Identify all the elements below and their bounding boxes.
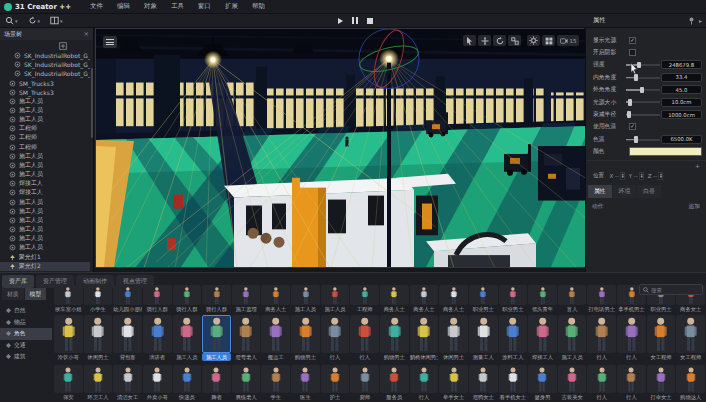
search-input[interactable] [651,287,697,293]
checkbox[interactable]: ✓ [629,123,636,130]
asset-item[interactable]: 工程师 [350,285,379,313]
spinner-control[interactable]: ▲▼ [658,172,663,180]
tree-item[interactable]: 工程师 [0,133,90,142]
viewport-3d[interactable]: 15 [95,28,584,268]
stop-button[interactable] [367,18,373,24]
collapse-panel-icon[interactable]: ▸ [699,17,702,24]
asset-item[interactable]: 环卫工人 [84,365,113,401]
asset-search[interactable] [639,284,703,295]
scale-tool-button[interactable] [508,35,521,46]
add-collapse-icon[interactable] [59,42,67,50]
asset-item[interactable]: 施工人员 [291,285,320,313]
menu-item[interactable]: 帮助 [245,2,272,11]
value-field[interactable]: 248679.8 [661,60,702,69]
slider[interactable] [626,98,660,106]
asset-item[interactable]: 涂料工人 [499,315,528,361]
asset-item[interactable]: 购物男士 [380,315,409,361]
pin-icon[interactable] [688,17,695,25]
asset-item[interactable]: 快递员 [173,365,202,401]
menu-item[interactable]: 文件 [83,2,110,11]
asset-item[interactable]: 候车室小姐 [54,285,83,313]
asset-item[interactable]: 商务人士 [261,285,290,313]
axis-value[interactable]: -- [615,173,619,179]
menu-item[interactable]: 工具 [164,2,191,11]
tree-item[interactable]: 施工人员 [0,161,90,170]
tree-item[interactable]: 施工人员 [0,152,90,161]
asset-item[interactable]: 施工人员 [173,315,202,361]
asset-item[interactable]: 厨师 [350,365,379,401]
asset-item[interactable]: 女工程师 [676,315,705,361]
asset-item[interactable]: 盲人 [558,285,587,313]
tree-item[interactable]: 施工人员 [0,234,90,243]
tree-item[interactable]: SK_IndustrialRobot_G_I... [0,69,90,78]
tree-item[interactable]: 施工人员 [0,207,90,216]
spinner-control[interactable]: ▲▼ [620,172,625,180]
tree-item[interactable]: 施工人员 [0,170,90,179]
camera-fps-indicator[interactable]: 15 [557,35,579,46]
asset-item[interactable]: 行人 [617,365,646,401]
snap-rotate-tool-button[interactable]: ▾ [26,15,43,26]
asset-item[interactable]: 古装美女 [558,365,587,401]
tree-item[interactable]: 焊接工人 [0,188,90,197]
tree-item[interactable]: 施工人员 [0,97,90,106]
scene-tree-scrollbar[interactable] [91,68,93,138]
value-field[interactable]: 45.0 [661,85,702,94]
asset-item[interactable]: 行人 [321,315,350,361]
value-field[interactable]: 33.4 [661,73,702,82]
asset-item[interactable]: 职业男士 [499,285,528,313]
rotate-tool-button[interactable] [493,35,506,46]
tree-item[interactable]: 工程师 [0,124,90,133]
asset-category[interactable]: 物品 [0,317,52,329]
asset-item[interactable]: 行人 [350,315,379,361]
asset-item[interactable]: 躺椅休闲男士 [410,315,439,361]
asset-item[interactable]: 施工人员 [558,315,587,361]
value-field[interactable]: 1000.0cm [661,110,702,119]
asset-item[interactable]: 女工程师 [647,315,676,361]
asset-item[interactable]: 职业男士 [469,285,498,313]
magnifier-tool-button[interactable]: ▾ [3,15,20,26]
asset-category[interactable]: 自然 [0,305,52,317]
menu-item[interactable]: 窗口 [191,2,218,11]
asset-item[interactable]: 健身男 [528,365,557,401]
tree-item[interactable]: 施工人员 [0,115,90,124]
asset-category[interactable]: 交通 [0,340,52,352]
asset-item[interactable]: 保安 [54,365,83,401]
spinner-control[interactable]: ▲▼ [639,172,644,180]
properties-tab[interactable]: 白昼 [637,185,661,198]
select-pointer-button[interactable] [463,35,476,46]
tree-item[interactable]: SM_Trucks3 [0,88,90,97]
tree-item[interactable]: SM_Trucks3 [0,78,90,87]
asset-item[interactable]: 医生 [291,365,320,401]
asset-item[interactable]: 演讲者 [143,315,172,361]
asset-item[interactable]: 打伞女士 [647,365,676,401]
asset-item[interactable]: 施工人员 [321,285,350,313]
tree-item[interactable]: 施工人员 [0,243,90,252]
tree-item[interactable]: SK_IndustrialRobot_G_I... [0,60,90,69]
asset-item[interactable]: 外卖小哥 [143,365,172,401]
asset-item[interactable]: 施工监理 [232,285,261,313]
pause-button[interactable] [352,17,358,24]
asset-item[interactable]: 幼儿园小朋友 [113,285,142,313]
tree-item[interactable]: 施工人员 [0,216,90,225]
asset-item[interactable]: 搬运工 [261,315,290,361]
tree-item[interactable]: 聚光灯1 [0,252,90,261]
asset-item[interactable]: 背包客 [113,315,142,361]
close-icon[interactable]: × [84,31,89,37]
asset-item[interactable]: 购物男士 [291,315,320,361]
tree-item[interactable]: 施工人员 [0,198,90,207]
asset-item[interactable]: 晨练老人 [232,365,261,401]
asset-item[interactable]: 购物达人 [676,365,705,401]
play-button[interactable] [338,18,343,24]
asset-category[interactable]: 角色 [0,328,52,340]
viewport-menu-button[interactable] [103,36,117,48]
asset-item[interactable]: 服务员 [380,365,409,401]
asset-item[interactable]: 低头青年 [528,285,557,313]
asset-item[interactable]: 商务人士 [439,285,468,313]
slider[interactable] [626,135,660,143]
asset-item[interactable]: 骑行人群 [202,285,231,313]
asset-item[interactable]: 打电话男士 [587,285,616,313]
checkbox[interactable] [629,49,636,56]
asset-item[interactable]: 行人 [617,315,646,361]
asset-item[interactable]: 骑行人群 [143,285,172,313]
properties-tab[interactable]: 环境 [613,185,637,198]
